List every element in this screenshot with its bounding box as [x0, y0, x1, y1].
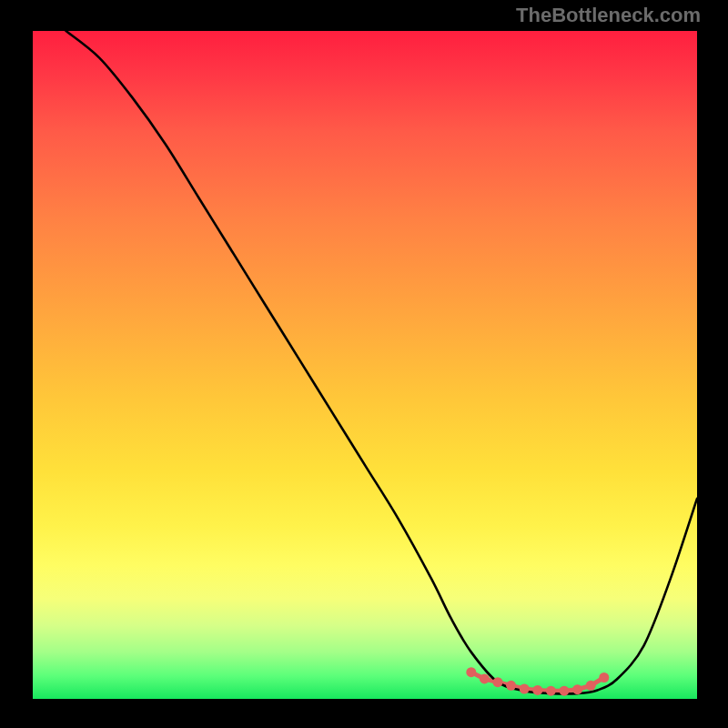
flat-point	[586, 681, 596, 691]
flat-point	[572, 684, 582, 694]
watermark-text: TheBottleneck.com	[516, 4, 701, 27]
flat-point	[546, 686, 556, 696]
flat-point	[599, 672, 609, 682]
bottleneck-curve	[66, 31, 698, 694]
chart-container: TheBottleneck.com	[0, 0, 728, 728]
flat-point	[493, 677, 503, 687]
flat-point	[520, 683, 530, 693]
chart-svg	[33, 31, 697, 699]
flat-point	[480, 673, 490, 683]
flat-point	[532, 685, 542, 695]
plot-area	[33, 31, 697, 699]
flat-point	[466, 667, 476, 677]
flat-point	[506, 681, 516, 691]
flat-point	[560, 686, 570, 696]
